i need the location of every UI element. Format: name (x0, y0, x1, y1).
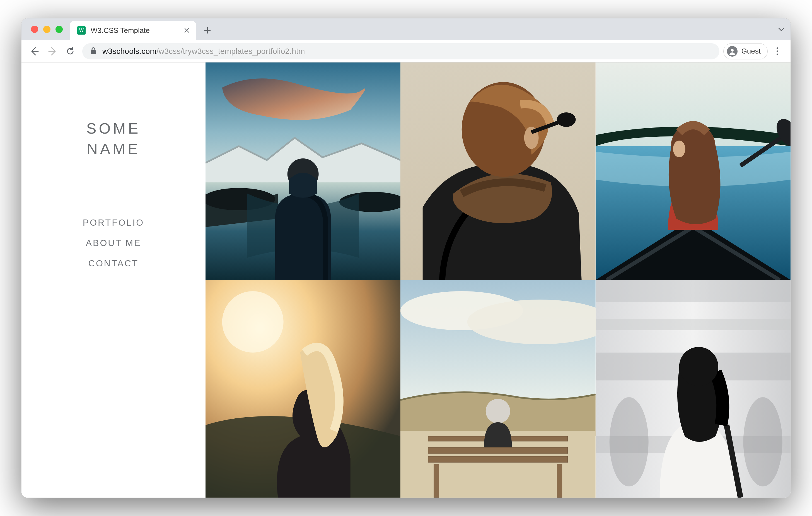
portfolio-item[interactable] (205, 62, 400, 280)
portfolio-item[interactable] (205, 280, 400, 497)
browser-toolbar: w3schools.com/w3css/tryw3css_templates_p… (22, 40, 790, 62)
back-button[interactable] (27, 43, 43, 59)
browser-menu-button[interactable] (769, 43, 785, 59)
profile-label: Guest (742, 47, 761, 56)
svg-rect-27 (428, 456, 568, 462)
brand-title: SOME NAME (86, 118, 141, 159)
window-minimize-button[interactable] (43, 26, 51, 33)
window-controls (22, 19, 63, 40)
nav-portfolio[interactable]: PORTFOLIO (83, 218, 144, 228)
profile-chip[interactable]: Guest (723, 43, 768, 59)
svg-point-4 (777, 54, 778, 55)
tab-strip: W W3.CSS Template (22, 19, 790, 40)
svg-rect-26 (428, 448, 568, 454)
svg-point-1 (731, 49, 734, 52)
svg-rect-34 (596, 319, 790, 330)
svg-rect-33 (596, 280, 790, 302)
tab-close-button[interactable] (183, 26, 191, 35)
portfolio-item[interactable] (596, 62, 790, 280)
tab-title: W3.CSS Template (91, 26, 178, 35)
portfolio-item[interactable] (400, 280, 595, 497)
brand-line-1: SOME (86, 118, 141, 139)
new-tab-button[interactable] (200, 23, 215, 38)
svg-rect-0 (91, 50, 96, 54)
address-bar[interactable]: w3schools.com/w3css/tryw3css_templates_p… (82, 43, 719, 59)
browser-tab[interactable]: W W3.CSS Template (70, 21, 196, 40)
svg-point-19 (673, 141, 685, 157)
nav-about[interactable]: ABOUT ME (86, 238, 141, 248)
reload-button[interactable] (62, 43, 78, 59)
svg-point-38 (743, 397, 782, 486)
tab-overflow-button[interactable] (777, 19, 785, 40)
browser-window: W W3.CSS Template (21, 18, 791, 498)
svg-rect-29 (434, 464, 439, 497)
page-viewport: SOME NAME PORTFOLIO ABOUT ME CONTACT (22, 62, 790, 497)
svg-point-21 (222, 291, 284, 352)
svg-point-37 (609, 397, 648, 486)
svg-point-2 (777, 48, 778, 49)
sidebar: SOME NAME PORTFOLIO ABOUT ME CONTACT (22, 62, 205, 497)
lock-icon (90, 47, 97, 56)
svg-point-31 (486, 399, 510, 423)
url-text: w3schools.com/w3css/tryw3css_templates_p… (102, 47, 305, 56)
svg-point-3 (777, 51, 778, 52)
sidebar-nav: PORTFOLIO ABOUT ME CONTACT (83, 218, 144, 268)
window-close-button[interactable] (31, 26, 38, 33)
svg-rect-30 (557, 464, 562, 497)
brand-line-2: NAME (86, 139, 141, 159)
portfolio-item[interactable] (400, 62, 595, 280)
portfolio-grid (205, 62, 790, 497)
nav-contact[interactable]: CONTACT (88, 258, 139, 268)
window-zoom-button[interactable] (56, 26, 63, 33)
svg-point-14 (557, 112, 576, 127)
svg-point-39 (679, 347, 718, 386)
avatar-icon (727, 46, 737, 57)
tab-favicon: W (77, 26, 86, 35)
portfolio-item[interactable] (596, 280, 790, 497)
forward-button[interactable] (44, 43, 60, 59)
